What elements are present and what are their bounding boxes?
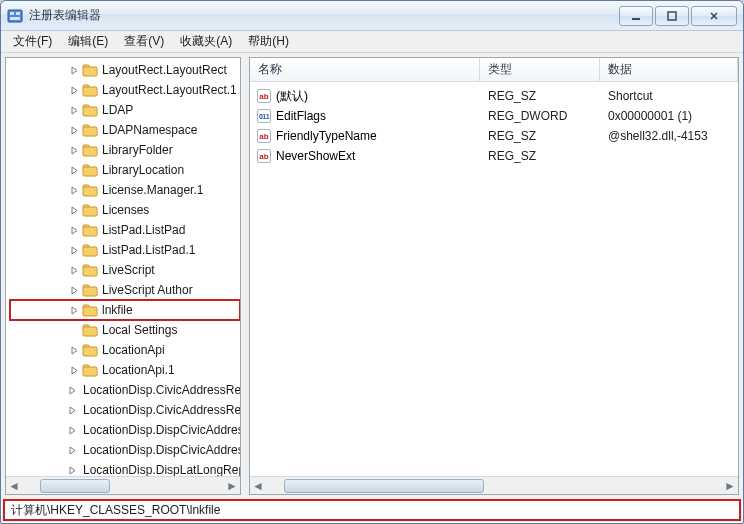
tree-item-label: LocationDisp.DispLatLongReport: [83, 463, 240, 476]
value-type: REG_DWORD: [480, 109, 600, 123]
expand-icon[interactable]: [68, 140, 80, 160]
tree-item[interactable]: Licenses: [10, 200, 240, 220]
maximize-button[interactable]: [655, 6, 689, 26]
value-type: REG_SZ: [480, 89, 600, 103]
svg-rect-7: [83, 67, 97, 76]
tree-item[interactable]: ListPad.ListPad.1: [10, 240, 240, 260]
tree-item[interactable]: LDAP: [10, 100, 240, 120]
tree-item[interactable]: LayoutRect.LayoutRect.1: [10, 80, 240, 100]
expand-icon[interactable]: [68, 440, 77, 460]
svg-rect-31: [83, 307, 97, 316]
menu-edit[interactable]: 编辑(E): [60, 31, 116, 52]
expand-icon[interactable]: [68, 360, 80, 380]
scroll-thumb[interactable]: [40, 479, 110, 493]
registry-editor-window: 注册表编辑器 文件(F) 编辑(E) 查看(V) 收藏夹(A) 帮助(H) La…: [0, 0, 744, 524]
tree-item[interactable]: LayoutRect.LayoutRect: [10, 60, 240, 80]
expand-icon[interactable]: [68, 460, 77, 476]
expand-icon[interactable]: [68, 120, 80, 140]
svg-rect-5: [668, 12, 676, 20]
expand-icon[interactable]: [68, 100, 80, 120]
folder-icon: [82, 282, 98, 298]
expand-icon[interactable]: [68, 160, 80, 180]
splitter[interactable]: [243, 57, 247, 495]
expand-icon[interactable]: [68, 280, 80, 300]
tree-item-label: LayoutRect.LayoutRect.1: [102, 83, 237, 97]
expand-icon[interactable]: [68, 200, 80, 220]
scroll-thumb[interactable]: [284, 479, 484, 493]
expand-icon[interactable]: [68, 420, 77, 440]
tree-scroll[interactable]: LayoutRect.LayoutRectLayoutRect.LayoutRe…: [6, 58, 240, 476]
column-name[interactable]: 名称: [250, 58, 480, 81]
minimize-button[interactable]: [619, 6, 653, 26]
tree-item[interactable]: LibraryFolder: [10, 140, 240, 160]
tree-item-label: LocationApi.1: [102, 363, 175, 377]
tree-item[interactable]: LiveScript Author: [10, 280, 240, 300]
tree-item[interactable]: LibraryLocation: [10, 160, 240, 180]
tree-item[interactable]: LocationDisp.CivicAddressReport.1: [10, 400, 240, 420]
value-type: REG_SZ: [480, 129, 600, 143]
tree-item[interactable]: ListPad.ListPad: [10, 220, 240, 240]
tree-hscrollbar[interactable]: ◄ ►: [6, 476, 240, 494]
scroll-left-icon[interactable]: ◄: [250, 478, 266, 494]
tree-item[interactable]: lnkfile: [10, 300, 240, 320]
tree-item[interactable]: LocationDisp.CivicAddressReport: [10, 380, 240, 400]
tree-item-label: ListPad.ListPad.1: [102, 243, 195, 257]
tree-item[interactable]: LocationDisp.DispCivicAddressReport.1: [10, 440, 240, 460]
folder-icon: [82, 302, 98, 318]
string-value-icon: ab: [256, 128, 272, 144]
tree-item[interactable]: LiveScript: [10, 260, 240, 280]
value-row[interactable]: 011EditFlagsREG_DWORD0x00000001 (1): [250, 106, 738, 126]
svg-rect-23: [83, 227, 97, 236]
tree-item-label: ListPad.ListPad: [102, 223, 185, 237]
expand-icon[interactable]: [68, 220, 80, 240]
tree-item-label: LibraryFolder: [102, 143, 173, 157]
tree-item-label: lnkfile: [102, 303, 133, 317]
expand-icon[interactable]: [68, 260, 80, 280]
column-type[interactable]: 类型: [480, 58, 600, 81]
menu-help[interactable]: 帮助(H): [240, 31, 297, 52]
string-value-icon: ab: [256, 88, 272, 104]
expand-icon[interactable]: [68, 340, 80, 360]
status-path: 计算机\HKEY_CLASSES_ROOT\lnkfile: [3, 499, 741, 521]
tree-item-label: LayoutRect.LayoutRect: [102, 63, 227, 77]
tree-item-label: Licenses: [102, 203, 149, 217]
folder-icon: [82, 102, 98, 118]
value-row[interactable]: ab(默认)REG_SZShortcut: [250, 86, 738, 106]
menu-file[interactable]: 文件(F): [5, 31, 60, 52]
scroll-right-icon[interactable]: ►: [722, 478, 738, 494]
svg-rect-21: [83, 207, 97, 216]
folder-icon: [82, 202, 98, 218]
close-button[interactable]: [691, 6, 737, 26]
tree-item[interactable]: License.Manager.1: [10, 180, 240, 200]
svg-rect-11: [83, 107, 97, 116]
folder-icon: [82, 342, 98, 358]
svg-rect-27: [83, 267, 97, 276]
expand-icon[interactable]: [68, 380, 77, 400]
scroll-left-icon[interactable]: ◄: [6, 478, 22, 494]
value-row[interactable]: abNeverShowExtREG_SZ: [250, 146, 738, 166]
column-data[interactable]: 数据: [600, 58, 738, 81]
tree-item[interactable]: LDAPNamespace: [10, 120, 240, 140]
tree-item[interactable]: LocationDisp.DispCivicAddressReport: [10, 420, 240, 440]
value-row[interactable]: abFriendlyTypeNameREG_SZ@shell32.dll,-41…: [250, 126, 738, 146]
expand-icon[interactable]: [68, 180, 80, 200]
svg-rect-29: [83, 287, 97, 296]
menu-view[interactable]: 查看(V): [116, 31, 172, 52]
tree-item-label: LocationDisp.DispCivicAddressReport: [83, 423, 240, 437]
expand-icon[interactable]: [68, 300, 80, 320]
scroll-right-icon[interactable]: ►: [224, 478, 240, 494]
values-hscrollbar[interactable]: ◄ ►: [250, 476, 738, 494]
expand-icon[interactable]: [68, 240, 80, 260]
folder-icon: [82, 322, 98, 338]
tree-item[interactable]: LocationDisp.DispLatLongReport: [10, 460, 240, 476]
expand-icon[interactable]: [68, 80, 80, 100]
expand-icon[interactable]: [68, 320, 80, 340]
tree-item[interactable]: LocationApi.1: [10, 360, 240, 380]
tree-item[interactable]: LocationApi: [10, 340, 240, 360]
folder-icon: [82, 162, 98, 178]
values-scroll[interactable]: ab(默认)REG_SZShortcut011EditFlagsREG_DWOR…: [250, 82, 738, 476]
menu-favorites[interactable]: 收藏夹(A): [172, 31, 240, 52]
expand-icon[interactable]: [68, 400, 77, 420]
tree-item[interactable]: Local Settings: [10, 320, 240, 340]
expand-icon[interactable]: [68, 60, 80, 80]
